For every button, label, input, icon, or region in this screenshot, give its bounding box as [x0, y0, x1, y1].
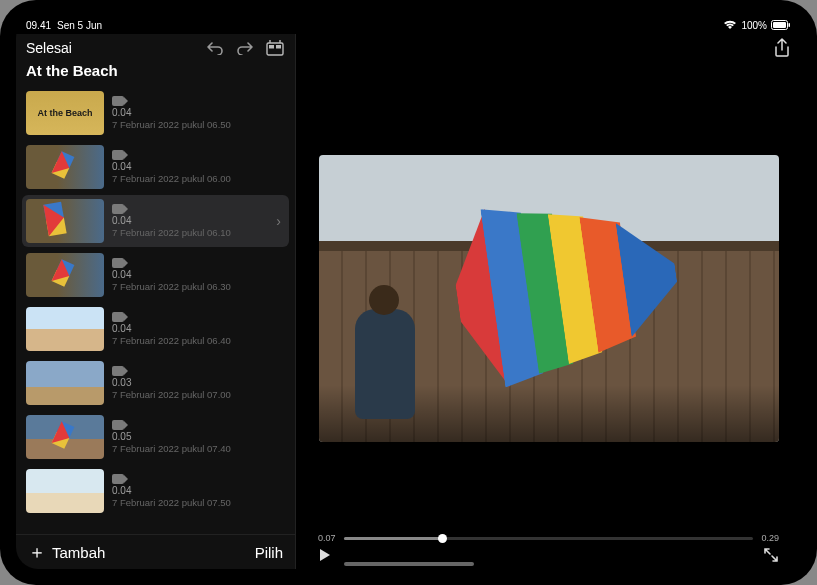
video-icon	[112, 258, 124, 268]
clip-row[interactable]: 0.04 7 Februari 2022 pukul 06.40	[22, 303, 289, 355]
clip-row[interactable]: 0.04 7 Februari 2022 pukul 06.00	[22, 141, 289, 193]
status-time: 09.41	[26, 20, 51, 31]
clip-duration: 0.03	[112, 377, 285, 388]
clip-thumbnail: At the Beach	[26, 91, 104, 135]
clip-date: 7 Februari 2022 pukul 06.50	[112, 119, 285, 130]
video-icon	[112, 366, 124, 376]
clip-row[interactable]: 0.04 7 Februari 2022 pukul 07.50	[22, 465, 289, 517]
home-indicator[interactable]	[344, 562, 474, 566]
clip-thumbnail	[26, 469, 104, 513]
clip-thumbnail	[26, 145, 104, 189]
clip-list[interactable]: At the Beach 0.04 7 Februari 2022 pukul …	[16, 87, 295, 534]
clip-row[interactable]: 0.04 7 Februari 2022 pukul 06.30	[22, 249, 289, 301]
fullscreen-button[interactable]	[763, 547, 779, 563]
clip-date: 7 Februari 2022 pukul 07.00	[112, 389, 285, 400]
video-icon	[112, 420, 124, 430]
clip-duration: 0.04	[112, 269, 285, 280]
plus-icon: ＋	[28, 543, 46, 561]
time-current: 0.07	[318, 533, 336, 543]
clip-date: 7 Februari 2022 pukul 07.50	[112, 497, 285, 508]
video-icon	[112, 150, 124, 160]
video-preview[interactable]	[319, 155, 779, 443]
play-button[interactable]	[318, 548, 332, 562]
clip-duration: 0.05	[112, 431, 285, 442]
redo-button[interactable]	[235, 38, 255, 58]
chevron-right-icon: ›	[276, 213, 285, 229]
clip-duration: 0.04	[112, 161, 285, 172]
clip-row[interactable]: 0.03 7 Februari 2022 pukul 07.00	[22, 357, 289, 409]
time-total: 0.29	[761, 533, 779, 543]
clip-row[interactable]: 0.04 7 Februari 2022 pukul 06.10 ›	[22, 195, 289, 247]
scrubber-knob[interactable]	[438, 534, 447, 543]
svg-rect-4	[269, 45, 274, 49]
add-label: Tambah	[52, 544, 105, 561]
viewer: 0.07 0.29	[296, 34, 801, 569]
clip-date: 7 Februari 2022 pukul 07.40	[112, 443, 285, 454]
video-icon	[112, 474, 124, 484]
project-title: At the Beach	[16, 60, 295, 87]
scrubber[interactable]	[344, 537, 754, 540]
clip-date: 7 Februari 2022 pukul 06.00	[112, 173, 285, 184]
storyboard-button[interactable]	[265, 38, 285, 58]
clip-thumbnail	[26, 199, 104, 243]
clip-thumbnail	[26, 415, 104, 459]
undo-button[interactable]	[205, 38, 225, 58]
svg-rect-2	[789, 23, 791, 27]
clip-thumbnail	[26, 253, 104, 297]
clip-date: 7 Februari 2022 pukul 06.10	[112, 227, 268, 238]
clip-duration: 0.04	[112, 215, 268, 226]
clip-row[interactable]: 0.05 7 Februari 2022 pukul 07.40	[22, 411, 289, 463]
svg-rect-3	[267, 43, 283, 55]
clip-date: 7 Februari 2022 pukul 06.40	[112, 335, 285, 346]
video-icon	[112, 312, 124, 322]
video-icon	[112, 204, 124, 214]
status-date: Sen 5 Jun	[57, 20, 102, 31]
svg-rect-5	[276, 45, 281, 49]
clip-date: 7 Februari 2022 pukul 06.30	[112, 281, 285, 292]
clip-duration: 0.04	[112, 323, 285, 334]
battery-percentage: 100%	[741, 20, 767, 31]
wifi-icon	[723, 20, 737, 30]
svg-rect-1	[773, 22, 786, 28]
clip-row[interactable]: At the Beach 0.04 7 Februari 2022 pukul …	[22, 87, 289, 139]
clip-duration: 0.04	[112, 107, 285, 118]
add-button[interactable]: ＋ Tambah	[28, 543, 105, 561]
done-button[interactable]: Selesai	[26, 40, 72, 56]
select-button[interactable]: Pilih	[255, 544, 283, 561]
battery-icon	[771, 20, 791, 30]
clip-thumbnail	[26, 307, 104, 351]
status-bar: 09.41 Sen 5 Jun 100%	[16, 16, 801, 34]
clip-thumbnail	[26, 361, 104, 405]
kite-graphic	[445, 183, 688, 392]
clip-duration: 0.04	[112, 485, 285, 496]
share-button[interactable]	[773, 38, 791, 56]
video-icon	[112, 96, 124, 106]
sidebar: Selesai At the Beach	[16, 34, 296, 569]
